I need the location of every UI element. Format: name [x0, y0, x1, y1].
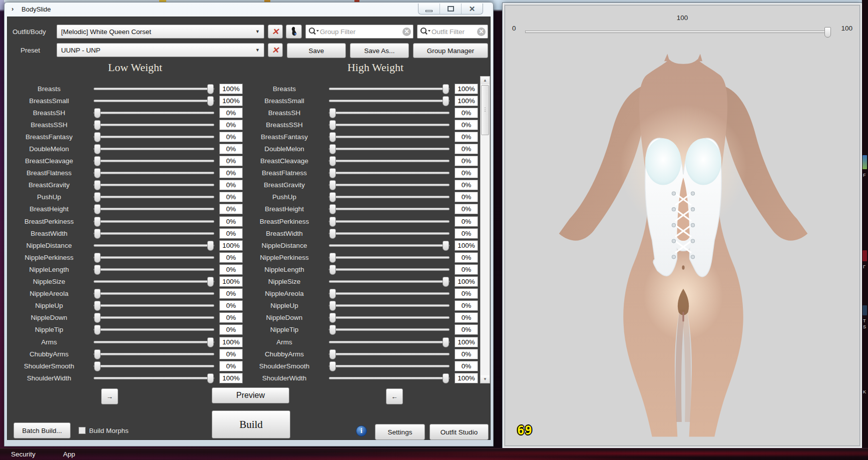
copy-high-to-low-button[interactable]: ← [386, 388, 403, 404]
slider-track[interactable] [94, 304, 214, 307]
slider-thumb[interactable] [207, 84, 214, 94]
slider-thumb[interactable] [329, 180, 336, 190]
slider-track[interactable] [94, 148, 214, 150]
slider-track[interactable] [329, 292, 450, 295]
slider-thumb[interactable] [329, 313, 336, 323]
edit-body-button[interactable] [286, 25, 302, 39]
slider-value-box[interactable]: 0% [219, 180, 243, 190]
weight-slider-thumb[interactable] [824, 27, 831, 38]
slider-track[interactable] [329, 88, 450, 90]
slider-value-box[interactable]: 0% [219, 264, 243, 275]
outfit-studio-button[interactable]: Outfit Studio [429, 424, 489, 440]
slider-thumb[interactable] [329, 192, 336, 202]
slider-value-box[interactable]: 0% [219, 120, 243, 130]
slider-track[interactable] [329, 328, 450, 331]
slider-track[interactable] [329, 377, 450, 379]
slider-thumb[interactable] [443, 373, 449, 383]
build-button[interactable]: Build [212, 410, 290, 438]
slider-value-box[interactable]: 0% [219, 156, 243, 166]
slider-value-box[interactable]: 0% [455, 204, 478, 214]
slider-value-box[interactable]: 0% [455, 216, 478, 227]
slider-thumb[interactable] [94, 120, 101, 130]
slider-thumb[interactable] [207, 277, 214, 287]
slider-track[interactable] [329, 280, 450, 283]
slider-value-box[interactable]: 100% [455, 337, 478, 347]
copy-low-to-high-button[interactable]: → [101, 388, 118, 404]
slider-track[interactable] [94, 232, 214, 235]
slider-value-box[interactable]: 100% [219, 337, 243, 347]
slider-thumb[interactable] [94, 180, 101, 190]
slider-thumb[interactable] [94, 349, 101, 359]
slider-value-box[interactable]: 100% [455, 276, 478, 287]
slider-track[interactable] [329, 232, 450, 235]
slider-track[interactable] [94, 208, 214, 210]
scroll-up-icon[interactable]: ▲ [481, 77, 490, 84]
slider-value-box[interactable]: 0% [455, 252, 478, 263]
slider-track[interactable] [94, 184, 214, 186]
outfit-filter-clear-icon[interactable]: ✕ [477, 28, 486, 36]
slider-track[interactable] [329, 100, 450, 102]
slider-value-box[interactable]: 0% [455, 180, 478, 190]
slider-track[interactable] [329, 268, 450, 271]
batch-build-button[interactable]: Batch Build... [14, 422, 71, 438]
slider-thumb[interactable] [94, 265, 101, 275]
slider-thumb[interactable] [329, 168, 336, 178]
preview-button[interactable]: Preview [212, 387, 289, 403]
slider-track[interactable] [94, 256, 214, 259]
close-button[interactable]: ✕ [462, 4, 483, 14]
slider-thumb[interactable] [207, 241, 214, 251]
slider-thumb[interactable] [329, 349, 336, 359]
slider-value-box[interactable]: 100% [219, 84, 243, 94]
slider-thumb[interactable] [94, 313, 101, 323]
slider-value-box[interactable]: 0% [455, 288, 478, 299]
group-filter-clear-icon[interactable]: ✕ [402, 28, 411, 36]
slider-thumb[interactable] [443, 337, 449, 347]
slider-thumb[interactable] [329, 120, 336, 130]
slider-track[interactable] [94, 244, 214, 247]
slider-value-box[interactable]: 0% [455, 349, 478, 359]
slider-value-box[interactable]: 0% [219, 252, 243, 263]
slider-thumb[interactable] [94, 156, 101, 166]
taskbar-item-app[interactable]: App [63, 450, 75, 458]
preset-dropdown[interactable]: UUNP - UNP ▼ [57, 43, 264, 57]
slider-track[interactable] [94, 377, 214, 379]
slider-value-box[interactable]: 0% [219, 324, 243, 335]
slider-value-box[interactable]: 0% [455, 312, 478, 323]
slider-thumb[interactable] [329, 204, 336, 214]
slider-track[interactable] [329, 136, 450, 138]
minimize-button[interactable] [418, 4, 440, 14]
slider-thumb[interactable] [329, 361, 336, 371]
slider-track[interactable] [94, 112, 214, 114]
slider-thumb[interactable] [329, 132, 336, 142]
slider-thumb[interactable] [443, 84, 449, 94]
slider-value-box[interactable]: 0% [219, 216, 243, 227]
slider-track[interactable] [329, 184, 450, 186]
slider-value-box[interactable]: 0% [219, 349, 243, 359]
slider-value-box[interactable]: 100% [219, 276, 243, 287]
slider-value-box[interactable]: 0% [219, 300, 243, 311]
slider-thumb[interactable] [94, 217, 101, 227]
slider-track[interactable] [94, 172, 214, 174]
slider-track[interactable] [94, 316, 214, 319]
taskbar-item-security[interactable]: Security [11, 450, 36, 458]
slider-track[interactable] [94, 280, 214, 283]
save-button[interactable]: Save [287, 43, 346, 58]
slider-thumb[interactable] [94, 132, 101, 142]
save-as-button[interactable]: Save As... [350, 43, 409, 58]
slider-thumb[interactable] [207, 337, 214, 347]
maximize-button[interactable] [440, 4, 462, 14]
slider-thumb[interactable] [443, 96, 449, 106]
slider-thumb[interactable] [94, 168, 101, 178]
slider-value-box[interactable]: 0% [219, 228, 243, 239]
slider-value-box[interactable]: 0% [219, 361, 243, 371]
slider-track[interactable] [329, 244, 450, 247]
slider-value-box[interactable]: 100% [219, 96, 243, 106]
slider-value-box[interactable]: 0% [455, 168, 478, 178]
slider-track[interactable] [94, 160, 214, 162]
slider-value-box[interactable]: 0% [455, 132, 478, 142]
slider-value-box[interactable]: 0% [219, 204, 243, 214]
group-manager-button[interactable]: Group Manager [413, 43, 488, 58]
title-bar[interactable]: › BodySlide ✕ [5, 3, 493, 17]
slider-thumb[interactable] [207, 373, 214, 383]
slider-thumb[interactable] [207, 96, 214, 106]
